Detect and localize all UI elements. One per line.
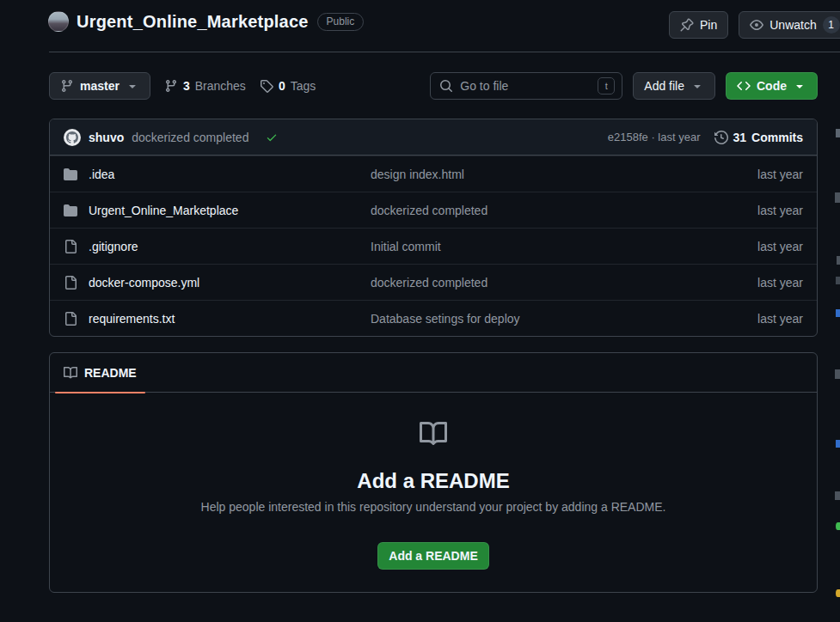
repo-header: Urgent_Online_Marketplace Public Pin Unw… [0, 0, 840, 52]
triangle-down-icon [690, 79, 704, 93]
shortcut-key-badge: t [598, 77, 615, 95]
go-to-file-input[interactable] [460, 79, 591, 93]
commits-count: 31 [733, 131, 747, 144]
table-row: Urgent_Online_Marketplace dockerized com… [50, 192, 817, 228]
repo-header-left: Urgent_Online_Marketplace Public [48, 11, 364, 32]
tags-label: Tags [291, 79, 316, 93]
sidebar-cutoff-fragment [835, 369, 840, 379]
tab-readme[interactable]: README [57, 353, 144, 393]
readme-empty-title: Add a README [77, 469, 789, 493]
readme-section: README Add a README Help people interest… [49, 352, 818, 593]
commit-message[interactable]: dockerized completed [132, 131, 248, 144]
readme-tab-label: README [84, 366, 137, 380]
sidebar-cutoff-fragment [835, 491, 840, 500]
file-icon [64, 276, 77, 290]
commit-bar-right: e2158fe · last year 31 Commits [608, 131, 803, 144]
sidebar-cutoff-fragment [836, 129, 840, 137]
book-icon [420, 420, 447, 448]
table-row: .idea design index.html last year [50, 156, 817, 192]
watch-count-badge: 1 [823, 16, 840, 34]
commit-author-name[interactable]: shuvo [89, 131, 124, 144]
folder-icon [64, 204, 77, 217]
pin-button-label: Pin [700, 19, 717, 31]
git-branch-icon [60, 79, 74, 93]
code-icon [737, 79, 751, 93]
code-button-label: Code [757, 80, 787, 92]
sidebar-cutoff-fragment [835, 192, 840, 203]
visibility-badge: Public [317, 13, 365, 31]
branches-count: 3 [183, 79, 190, 93]
tags-link[interactable]: 0 Tags [260, 79, 316, 93]
sidebar-cutoff-fragment [836, 522, 840, 530]
commits-history-link[interactable]: 31 Commits [714, 131, 803, 144]
pin-button[interactable]: Pin [669, 11, 728, 39]
file-name-link[interactable]: .idea [89, 168, 114, 181]
owner-avatar[interactable] [48, 11, 69, 32]
unwatch-button[interactable]: Unwatch 1 [739, 11, 840, 39]
file-commit-message[interactable]: Database setings for deploy [371, 312, 700, 326]
readme-empty-state: Add a README Help people interested in t… [50, 393, 817, 592]
repo-toolbar: master 3 Branches 0 Tags t [49, 72, 818, 100]
add-readme-button[interactable]: Add a README [377, 542, 488, 570]
eye-icon [750, 18, 763, 32]
tags-count: 0 [279, 79, 285, 93]
header-actions: Pin Unwatch 1 [669, 11, 840, 39]
file-commit-message[interactable]: Initial commit [371, 240, 700, 253]
history-icon [714, 131, 728, 144]
pin-icon [680, 18, 694, 32]
search-icon [439, 79, 453, 93]
commit-author-avatar[interactable] [64, 129, 81, 146]
book-icon [64, 366, 77, 380]
file-commit-message[interactable]: design index.html [371, 168, 700, 181]
tag-icon [260, 79, 273, 93]
add-file-label: Add file [644, 80, 684, 92]
latest-commit-bar: shuvo dockerized completed e2158fe · las… [50, 119, 817, 156]
file-commit-time: last year [700, 168, 803, 181]
git-branch-icon [164, 79, 178, 93]
code-button[interactable]: Code [726, 72, 818, 100]
repo-title[interactable]: Urgent_Online_Marketplace [77, 12, 309, 32]
readme-empty-description: Help people interested in this repositor… [77, 500, 789, 514]
file-commit-time: last year [700, 312, 803, 326]
file-name-link[interactable]: .gitignore [89, 240, 138, 253]
file-icon [64, 312, 77, 326]
sidebar-cutoff-fragment [836, 440, 840, 448]
readme-tab-bar: README [50, 353, 817, 393]
folder-icon [64, 168, 77, 181]
file-icon [64, 240, 77, 253]
go-to-file-search[interactable]: t [430, 72, 622, 100]
branches-label: Branches [195, 79, 246, 93]
commit-sha-time[interactable]: e2158fe · last year [608, 131, 701, 143]
current-branch-label: master [80, 80, 120, 92]
triangle-down-icon [126, 79, 139, 93]
repository-page: Urgent_Online_Marketplace Public Pin Unw… [0, 0, 840, 622]
commits-label: Commits [751, 131, 803, 144]
table-row: .gitignore Initial commit last year [50, 228, 817, 264]
file-name-link[interactable]: docker-compose.yml [89, 276, 199, 290]
sidebar-cutoff-fragment [837, 256, 840, 265]
branch-selector-button[interactable]: master [49, 72, 150, 100]
sidebar-cutoff-fragment [836, 589, 840, 597]
file-commit-time: last year [700, 240, 803, 253]
table-row: docker-compose.yml dockerized completed … [50, 264, 817, 300]
sidebar-cutoff-fragment [836, 309, 840, 317]
file-commit-message[interactable]: dockerized completed [371, 204, 700, 217]
file-commit-message[interactable]: dockerized completed [371, 276, 700, 290]
header-divider [49, 52, 840, 52]
add-file-button[interactable]: Add file [633, 72, 715, 100]
file-commit-time: last year [700, 276, 803, 290]
file-table: shuvo dockerized completed e2158fe · las… [49, 119, 818, 337]
unwatch-button-label: Unwatch [769, 19, 816, 31]
table-row: requirements.txt Database setings for de… [50, 300, 817, 336]
file-name-link[interactable]: Urgent_Online_Marketplace [89, 204, 238, 217]
file-name-link[interactable]: requirements.txt [89, 312, 175, 326]
add-readme-button-label: Add a README [389, 550, 477, 562]
triangle-down-icon [793, 79, 806, 93]
file-commit-time: last year [700, 204, 803, 217]
check-icon[interactable] [266, 131, 278, 143]
branches-link[interactable]: 3 Branches [164, 79, 246, 93]
sidebar-cutoff-fragment [836, 277, 840, 284]
